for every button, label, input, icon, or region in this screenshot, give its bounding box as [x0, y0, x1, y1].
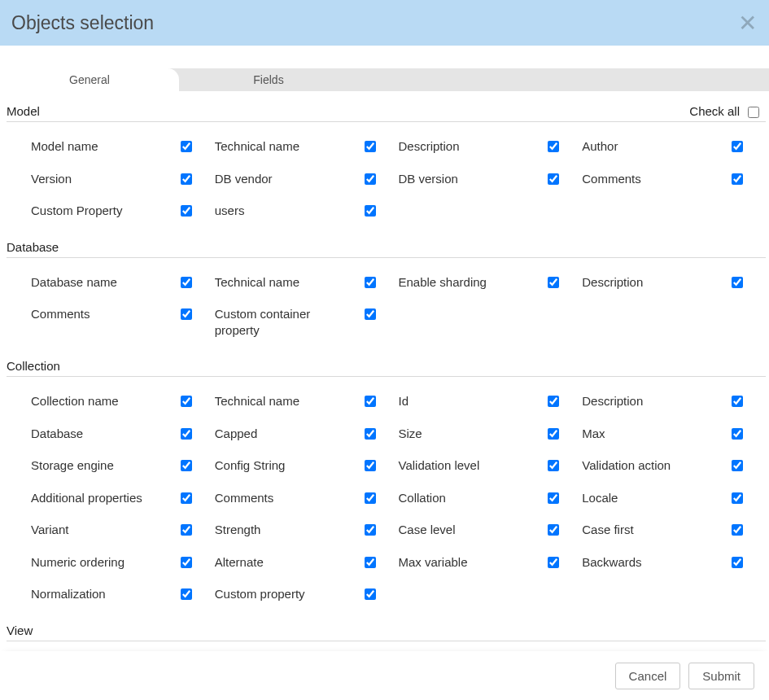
option-checkbox[interactable]: [181, 173, 192, 185]
option-label: Technical name: [215, 138, 306, 155]
option-checkbox[interactable]: [548, 141, 559, 152]
section-grid: Collection nameTechnical nameIdDescripti…: [7, 377, 766, 610]
option-checkbox[interactable]: [181, 524, 192, 536]
option-item: Additional properties: [31, 482, 215, 514]
option-label: Capped: [215, 426, 264, 442]
section-header: Collection: [7, 354, 766, 377]
option-label: Variant: [31, 522, 75, 538]
option-label: Technical name: [215, 393, 306, 409]
option-checkbox[interactable]: [365, 308, 376, 320]
option-checkbox[interactable]: [732, 524, 743, 536]
option-checkbox[interactable]: [548, 460, 559, 471]
option-checkbox[interactable]: [181, 588, 192, 600]
section-header: Database: [7, 235, 766, 258]
tab-fields[interactable]: Fields: [179, 68, 358, 91]
option-label: Strength: [215, 522, 268, 538]
option-label: DB vendor: [215, 171, 279, 187]
option-checkbox[interactable]: [365, 396, 376, 407]
dialog-titlebar: Objects selection ✕: [0, 0, 769, 46]
option-label: Author: [582, 138, 624, 155]
option-label: Storage engine: [31, 457, 120, 474]
option-checkbox[interactable]: [548, 557, 559, 568]
option-checkbox[interactable]: [732, 460, 743, 471]
option-checkbox[interactable]: [732, 557, 743, 568]
option-checkbox[interactable]: [732, 492, 743, 504]
option-checkbox[interactable]: [181, 205, 192, 217]
option-checkbox[interactable]: [181, 277, 192, 288]
option-item: DB version: [399, 163, 583, 195]
close-icon[interactable]: ✕: [738, 12, 757, 35]
option-label: Locale: [582, 490, 624, 506]
option-checkbox[interactable]: [181, 141, 192, 152]
option-checkbox[interactable]: [732, 277, 743, 288]
option-item: Backwards: [582, 546, 766, 579]
option-checkbox[interactable]: [181, 308, 192, 320]
option-label: Comments: [582, 171, 648, 187]
option-item: Enable sharding: [399, 266, 583, 299]
option-checkbox[interactable]: [365, 557, 376, 568]
option-checkbox[interactable]: [181, 428, 192, 440]
option-checkbox[interactable]: [548, 524, 559, 536]
option-item: Comments: [215, 482, 399, 514]
option-checkbox[interactable]: [548, 492, 559, 504]
option-label: Collection name: [31, 393, 125, 409]
option-checkbox[interactable]: [548, 173, 559, 185]
option-item: Comments: [582, 163, 766, 195]
option-item: Locale: [582, 482, 766, 514]
option-checkbox[interactable]: [181, 492, 192, 504]
option-item: Description: [582, 266, 766, 299]
option-checkbox[interactable]: [181, 557, 192, 568]
option-item: Custom Property: [31, 195, 215, 227]
option-checkbox[interactable]: [732, 396, 743, 407]
option-checkbox[interactable]: [365, 460, 376, 471]
section-grid: Database nameTechnical nameEnable shardi…: [7, 258, 766, 347]
cancel-button[interactable]: Cancel: [615, 663, 681, 689]
option-item: Storage engine: [31, 449, 215, 482]
option-checkbox[interactable]: [732, 173, 743, 185]
option-label: Custom container property: [215, 306, 365, 338]
option-item: Technical name: [215, 266, 399, 299]
option-label: Id: [399, 393, 416, 409]
option-label: Description: [582, 274, 649, 291]
spacer: [0, 46, 769, 68]
option-checkbox[interactable]: [365, 141, 376, 152]
option-checkbox[interactable]: [732, 428, 743, 440]
tab-general[interactable]: General: [0, 68, 179, 91]
option-item: Capped: [215, 418, 399, 450]
option-item: Collation: [399, 482, 583, 514]
option-checkbox[interactable]: [365, 524, 376, 536]
option-item: Database name: [31, 266, 215, 299]
option-checkbox[interactable]: [365, 205, 376, 217]
dialog-footer: Cancel Submit: [0, 651, 769, 700]
option-checkbox[interactable]: [548, 428, 559, 440]
option-item: Numeric ordering: [31, 546, 215, 579]
option-item: Database: [31, 418, 215, 450]
option-label: DB version: [399, 171, 465, 187]
option-checkbox[interactable]: [365, 588, 376, 600]
option-checkbox[interactable]: [365, 428, 376, 440]
check-all-checkbox[interactable]: [748, 107, 759, 118]
option-checkbox[interactable]: [732, 141, 743, 152]
option-label: Normalization: [31, 586, 112, 602]
submit-button[interactable]: Submit: [688, 663, 754, 689]
option-item: Case first: [582, 514, 766, 546]
option-label: Size: [399, 426, 429, 442]
option-checkbox[interactable]: [365, 277, 376, 288]
option-label: Case level: [399, 522, 462, 538]
option-checkbox[interactable]: [181, 460, 192, 471]
option-checkbox[interactable]: [365, 173, 376, 185]
objects-selection-dialog: Objects selection ✕ GeneralFields ModelC…: [0, 0, 769, 700]
option-label: Version: [31, 171, 78, 187]
option-label: Description: [399, 138, 466, 155]
option-checkbox[interactable]: [365, 492, 376, 504]
option-item: Strength: [215, 514, 399, 546]
option-item: Model name: [31, 130, 215, 163]
content-scroll-area[interactable]: ModelCheck allModel nameTechnical nameDe…: [0, 91, 769, 651]
option-checkbox[interactable]: [548, 396, 559, 407]
option-checkbox[interactable]: [181, 396, 192, 407]
section-title: Model: [7, 104, 40, 118]
option-item: Comments: [31, 298, 215, 346]
option-item: Collection name: [31, 385, 215, 418]
option-label: Validation action: [582, 457, 677, 474]
option-checkbox[interactable]: [548, 277, 559, 288]
